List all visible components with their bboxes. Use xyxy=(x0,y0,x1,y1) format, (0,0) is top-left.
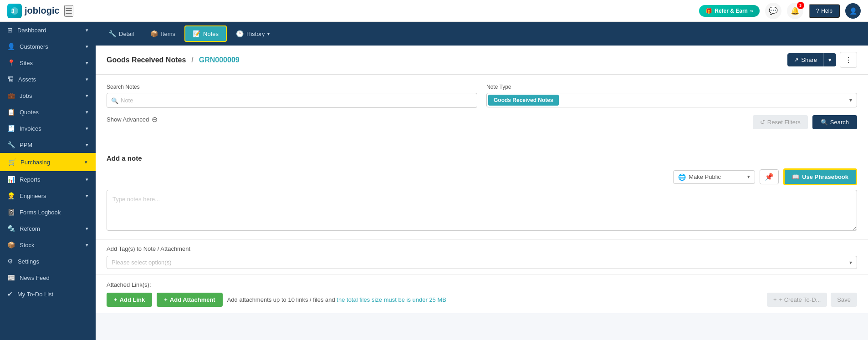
search-form-row: Search Notes 🔍 Note Type Goods Received … xyxy=(107,84,857,108)
show-advanced-toggle[interactable]: Show Advanced ⊖ xyxy=(107,115,158,124)
chevron-icon: ▾ xyxy=(86,226,88,232)
add-link-icon: + xyxy=(114,296,117,303)
sidebar-item-refcom[interactable]: 🔩 Refcom ▾ xyxy=(0,220,96,237)
sidebar-item-customers[interactable]: 👤 Customers ▾ xyxy=(0,38,96,55)
chevron-icon: ▾ xyxy=(86,242,88,248)
quotes-icon: 📋 xyxy=(7,108,15,116)
sidebar-item-sites[interactable]: 📍 Sites ▾ xyxy=(0,55,96,71)
logo-area: J joblogic ☰ xyxy=(7,4,73,18)
note-type-label: Note Type xyxy=(486,84,857,90)
save-button[interactable]: Save xyxy=(831,293,857,307)
chevron-icon: ▾ xyxy=(86,177,88,183)
add-link-button[interactable]: + Add Link xyxy=(107,293,152,307)
search-button[interactable]: 🔍 Search xyxy=(812,115,857,129)
main-layout: ⊞ Dashboard ▾ 👤 Customers ▾ 📍 Sites ▾ 🏗 … xyxy=(0,22,868,340)
notifications-button[interactable]: 🔔 3 xyxy=(787,3,803,19)
assets-icon: 🏗 xyxy=(7,76,14,83)
sidebar-item-news-feed[interactable]: 📰 News Feed xyxy=(0,269,96,286)
sidebar: ⊞ Dashboard ▾ 👤 Customers ▾ 📍 Sites ▾ 🏗 … xyxy=(0,22,96,340)
hamburger-button[interactable]: ☰ xyxy=(64,5,73,17)
reports-icon: 📊 xyxy=(7,176,15,183)
content-area: 🔧 Detail 📦 Items 📝 Notes 🕐 History ▾ xyxy=(96,22,868,340)
add-note-heading: Add a note xyxy=(107,154,857,162)
note-type-select[interactable]: Goods Received Notes ▾ xyxy=(486,93,857,107)
sidebar-label-jobs: Jobs xyxy=(20,92,32,99)
tab-history-label: History xyxy=(246,30,265,37)
refer-earn-button[interactable]: 🎁 Refer & Earn » xyxy=(699,5,759,17)
note-type-tag: Goods Received Notes xyxy=(488,95,559,106)
sidebar-item-invoices[interactable]: 🧾 Invoices ▾ xyxy=(0,120,96,137)
notes-icon: 📝 xyxy=(193,30,200,37)
tags-label: Add Tag(s) to Note / Attachment xyxy=(107,245,857,252)
sidebar-item-stock[interactable]: 📦 Stock ▾ xyxy=(0,237,96,253)
sidebar-item-my-todo[interactable]: ✔ My To-Do List xyxy=(0,286,96,302)
chevron-icon: ▾ xyxy=(85,159,87,165)
chevron-icon: ▾ xyxy=(86,126,88,132)
grn-number-link[interactable]: GRN000009 xyxy=(199,56,240,64)
share-button-group: ↗ Share ▾ xyxy=(787,53,836,66)
detail-icon: 🔧 xyxy=(108,30,116,37)
make-public-select[interactable]: 🌐 Make Public ▾ xyxy=(673,170,755,184)
search-notes-input[interactable] xyxy=(107,93,477,108)
chevron-icon: ▾ xyxy=(86,109,88,115)
pin-button[interactable]: 📌 xyxy=(760,169,779,184)
tab-items-label: Items xyxy=(161,30,175,37)
sidebar-item-purchasing[interactable]: 🛒 Purchasing ▾ xyxy=(0,153,96,171)
sidebar-label-news-feed: News Feed xyxy=(20,274,50,281)
tab-bar: 🔧 Detail 📦 Items 📝 Notes 🕐 History ▾ xyxy=(96,22,868,46)
sidebar-label-invoices: Invoices xyxy=(20,125,41,132)
help-button[interactable]: ? Help xyxy=(809,4,840,18)
add-note-controls: 🌐 Make Public ▾ 📌 📖 Use Phrasebook xyxy=(107,168,857,185)
sidebar-item-assets[interactable]: 🏗 Assets ▾ xyxy=(0,71,96,87)
refcom-icon: 🔩 xyxy=(7,225,15,232)
sidebar-label-settings: Settings xyxy=(18,258,39,265)
reset-icon: ↺ xyxy=(760,119,765,126)
sidebar-item-reports[interactable]: 📊 Reports ▾ xyxy=(0,171,96,188)
sidebar-item-jobs[interactable]: 💼 Jobs ▾ xyxy=(0,87,96,104)
tab-notes[interactable]: 📝 Notes xyxy=(184,25,227,42)
tab-items[interactable]: 📦 Items xyxy=(143,26,183,41)
sidebar-label-stock: Stock xyxy=(20,242,35,249)
sidebar-item-ppm[interactable]: 🔧 PPM ▾ xyxy=(0,137,96,153)
sidebar-label-engineers: Engineers xyxy=(20,193,46,199)
sidebar-item-settings[interactable]: ⚙ Settings xyxy=(0,253,96,269)
share-button[interactable]: ↗ Share xyxy=(787,53,823,66)
jobs-icon: 💼 xyxy=(7,92,15,99)
search-input-wrap: 🔍 xyxy=(107,93,477,108)
note-textarea[interactable] xyxy=(107,190,857,231)
add-link-label: Add Link xyxy=(120,296,145,303)
customers-icon: 👤 xyxy=(7,43,15,50)
note-type-chevron-icon[interactable]: ▾ xyxy=(845,97,857,103)
reset-filters-button[interactable]: ↺ Reset Filters xyxy=(753,115,808,129)
tab-history[interactable]: 🕐 History ▾ xyxy=(229,26,277,41)
tags-chevron-icon[interactable]: ▾ xyxy=(845,259,857,266)
more-options-button[interactable]: ⋮ xyxy=(840,52,857,68)
todo-icon: ✔ xyxy=(7,290,13,298)
sidebar-item-forms-logbook[interactable]: 📓 Forms Logbook xyxy=(0,204,96,220)
section-divider xyxy=(107,134,857,134)
add-attachment-button[interactable]: + Add Attachment xyxy=(157,293,223,307)
refer-earn-icon: 🎁 xyxy=(705,8,712,14)
user-avatar[interactable]: 👤 xyxy=(845,3,861,19)
create-todo-label: + Create To-D... xyxy=(779,296,821,303)
logo-icon: J xyxy=(7,4,22,18)
filter-actions: ↺ Reset Filters 🔍 Search xyxy=(753,115,857,129)
add-note-section: Add a note 🌐 Make Public ▾ 📌 📖 Use Phras… xyxy=(96,147,868,239)
sidebar-item-dashboard[interactable]: ⊞ Dashboard ▾ xyxy=(0,22,96,38)
note-type-group: Note Type Goods Received Notes ▾ xyxy=(486,84,857,107)
chevron-icon: ▾ xyxy=(86,44,88,50)
history-chevron-icon: ▾ xyxy=(267,31,270,36)
sidebar-item-engineers[interactable]: 👷 Engineers ▾ xyxy=(0,188,96,204)
sidebar-item-quotes[interactable]: 📋 Quotes ▾ xyxy=(0,104,96,120)
use-phrasebook-button[interactable]: 📖 Use Phrasebook xyxy=(783,168,857,185)
news-feed-icon: 📰 xyxy=(7,274,15,281)
share-dropdown-button[interactable]: ▾ xyxy=(823,53,836,66)
create-todo-button[interactable]: + + Create To-D... xyxy=(767,293,827,307)
chat-button[interactable]: 💬 xyxy=(765,3,781,19)
chevron-icon: ▾ xyxy=(86,60,88,66)
tags-select[interactable]: Please select option(s) ▾ xyxy=(107,256,857,269)
header-right: 🎁 Refer & Earn » 💬 🔔 3 ? Help 👤 xyxy=(699,3,861,19)
top-header: J joblogic ☰ 🎁 Refer & Earn » 💬 🔔 3 ? He… xyxy=(0,0,868,22)
items-icon: 📦 xyxy=(150,30,158,37)
tab-detail[interactable]: 🔧 Detail xyxy=(101,26,141,41)
